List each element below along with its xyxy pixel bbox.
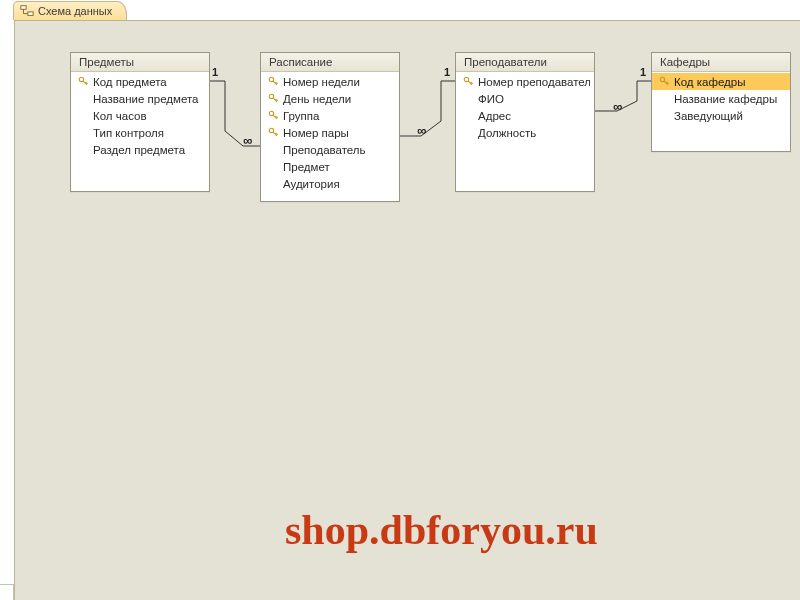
table-field[interactable]: Предмет [261, 158, 399, 175]
table-field-list: Код кафедрыНазвание кафедрыЗаведующий [652, 72, 790, 124]
primary-key-icon [265, 93, 281, 104]
table-field[interactable]: День недели [261, 90, 399, 107]
table-field[interactable]: Адрес [456, 107, 594, 124]
cardinality-one: 1 [444, 66, 450, 78]
cardinality-many: ∞ [417, 123, 425, 138]
svg-rect-0 [21, 6, 26, 10]
table-title[interactable]: Расписание [261, 53, 399, 72]
table-field-list: Номер преподавателяФИОАдресДолжность [456, 72, 594, 141]
field-name: Название кафедры [672, 93, 786, 105]
primary-key-icon [265, 76, 281, 87]
field-name: Предмет [281, 161, 395, 173]
field-name: Адрес [476, 110, 590, 122]
field-name: ФИО [476, 93, 590, 105]
tab-label: Схема данных [38, 5, 112, 17]
svg-rect-1 [28, 12, 33, 16]
table-field[interactable]: Тип контроля [71, 124, 209, 141]
field-name: Название предмета [91, 93, 205, 105]
cardinality-many: ∞ [243, 133, 251, 148]
field-name: Аудитория [281, 178, 395, 190]
table-field[interactable]: Кол часов [71, 107, 209, 124]
field-name: Группа [281, 110, 395, 122]
tab-schema[interactable]: Схема данных [13, 1, 127, 20]
relationships-icon [20, 4, 34, 18]
table-field[interactable]: Название кафедры [652, 90, 790, 107]
relationship-canvas[interactable]: ПредметыКод предметаНазвание предметаКол… [14, 20, 800, 600]
table-field-list: Код предметаНазвание предметаКол часовТи… [71, 72, 209, 158]
table-field[interactable]: Преподаватель [261, 141, 399, 158]
cardinality-many: ∞ [613, 99, 621, 114]
watermark-text: shop.dbforyou.ru [285, 506, 598, 554]
table-field[interactable]: Номер недели [261, 73, 399, 90]
table-field[interactable]: Название предмета [71, 90, 209, 107]
table-field[interactable]: ФИО [456, 90, 594, 107]
cardinality-one: 1 [212, 66, 218, 78]
field-name: Преподаватель [281, 144, 395, 156]
primary-key-icon [656, 76, 672, 87]
field-name: Раздел предмета [91, 144, 205, 156]
table-title[interactable]: Кафедры [652, 53, 790, 72]
field-name: Номер недели [281, 76, 395, 88]
table-t3[interactable]: ПреподавателиНомер преподавателяФИОАдрес… [455, 52, 595, 192]
table-t1[interactable]: ПредметыКод предметаНазвание предметаКол… [70, 52, 210, 192]
table-field[interactable]: Раздел предмета [71, 141, 209, 158]
table-field[interactable]: Должность [456, 124, 594, 141]
table-t4[interactable]: КафедрыКод кафедрыНазвание кафедрыЗаведу… [651, 52, 791, 152]
document-tabs: Схема данных [13, 0, 127, 20]
primary-key-icon [460, 76, 476, 87]
field-name: Код предмета [91, 76, 205, 88]
field-name: Код кафедры [672, 76, 786, 88]
field-name: Номер преподавателя [476, 76, 590, 88]
primary-key-icon [265, 127, 281, 138]
field-name: Кол часов [91, 110, 205, 122]
table-field[interactable]: Заведующий [652, 107, 790, 124]
table-field[interactable]: Аудитория [261, 175, 399, 192]
table-field[interactable]: Код предмета [71, 73, 209, 90]
table-field[interactable]: Номер пары [261, 124, 399, 141]
field-name: Должность [476, 127, 590, 139]
primary-key-icon [75, 76, 91, 87]
table-field[interactable]: Группа [261, 107, 399, 124]
table-t2[interactable]: РасписаниеНомер неделиДень неделиГруппаН… [260, 52, 400, 202]
table-field[interactable]: Код кафедры [652, 73, 790, 90]
table-field-list: Номер неделиДень неделиГруппаНомер парыП… [261, 72, 399, 192]
table-field[interactable]: Номер преподавателя [456, 73, 594, 90]
primary-key-icon [265, 110, 281, 121]
field-name: Номер пары [281, 127, 395, 139]
record-nav-stub [0, 584, 14, 600]
field-name: Заведующий [672, 110, 786, 122]
field-name: День недели [281, 93, 395, 105]
cardinality-one: 1 [640, 66, 646, 78]
table-title[interactable]: Преподаватели [456, 53, 594, 72]
field-name: Тип контроля [91, 127, 205, 139]
table-title[interactable]: Предметы [71, 53, 209, 72]
